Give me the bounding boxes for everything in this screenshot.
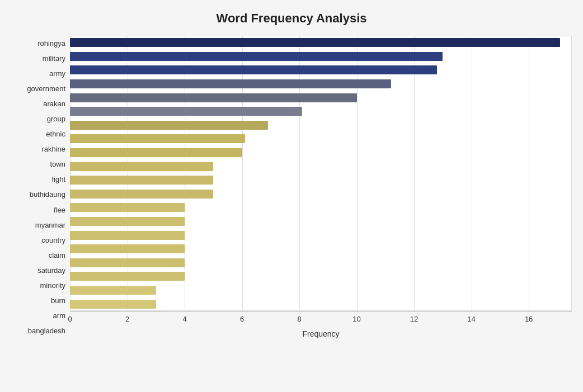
chart-container: Word Frequency Analysis rohingyamilitary… [0,0,583,392]
bar [70,162,213,171]
bar [70,148,242,157]
bar [70,258,185,267]
bar [70,93,357,102]
y-label: claim [49,248,65,263]
bar [70,231,185,240]
bar [70,52,443,61]
x-tick: 14 [467,315,475,323]
bar [70,79,391,88]
bar-row [70,159,572,173]
bar [70,286,156,295]
y-label: ethnic [46,126,65,141]
x-tick: 10 [352,315,360,323]
bar [70,244,185,253]
bar-row [70,146,572,160]
y-label: minority [40,278,65,293]
bar-row [70,132,572,146]
bar-row [70,270,572,284]
bar [70,272,185,281]
bar-row [70,242,572,256]
bar [70,203,185,212]
bars-container [70,36,572,311]
bar-row [70,173,572,187]
bar-row [70,50,572,64]
chart-title: Word Frequency Analysis [11,11,572,26]
bar-row [70,297,572,311]
bar-row [70,63,572,77]
bar-row [70,91,572,105]
grid-and-bars [70,36,572,311]
y-label: arm [53,308,65,323]
bar-row [70,36,572,50]
bar-row [70,201,572,215]
x-tick: 4 [182,315,186,323]
y-label: army [49,66,65,81]
bar [70,107,302,116]
bar-row [70,215,572,229]
y-label: military [43,51,65,66]
bar-row [70,119,572,133]
x-tick: 12 [410,315,418,323]
bar-row [70,284,572,297]
x-tick: 2 [125,315,129,323]
bar-row [70,228,572,242]
bar-row [70,256,572,270]
y-labels: rohingyamilitaryarmygovernmentarakangrou… [11,36,70,338]
bar-row [70,77,572,91]
bar [70,176,213,185]
y-label: bangladesh [28,323,65,338]
y-label: saturday [37,263,65,278]
y-label: burn [51,293,65,308]
y-label: myanmar [35,218,65,233]
x-tick: 8 [297,315,301,323]
bar [70,121,268,130]
y-label: buthidaung [30,187,65,202]
y-label: government [27,81,65,96]
plot-area: 0246810121416 Frequency [70,36,572,338]
bar [70,65,437,74]
bar-row [70,187,572,201]
bar [70,190,213,199]
y-label: group [47,111,65,126]
bar [70,134,245,143]
y-label: town [50,157,65,172]
y-label: flee [54,202,65,218]
y-label: rohingya [37,36,65,51]
chart-area: rohingyamilitaryarmygovernmentarakangrou… [11,36,572,338]
y-label: fight [51,172,65,187]
bar [70,217,185,226]
bar [70,300,156,309]
y-label: rakhine [41,141,65,157]
y-label: arakan [43,96,65,111]
x-axis-label: Frequency [70,329,572,338]
x-tick: 6 [240,315,244,323]
y-label: country [41,233,65,248]
x-tick: 16 [525,315,533,323]
x-axis: 0246810121416 [70,311,572,326]
x-tick: 0 [68,315,72,323]
bar [70,38,560,47]
bar-row [70,105,572,119]
